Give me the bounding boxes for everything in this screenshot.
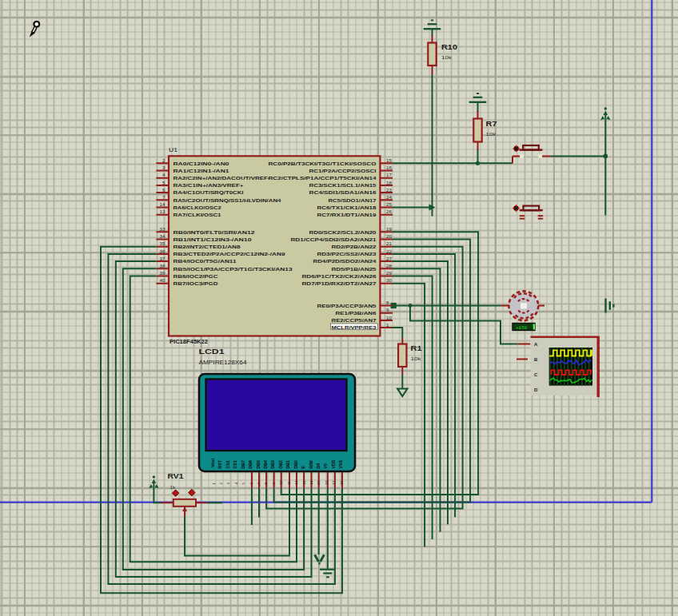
svg-text:16: 16 <box>386 165 392 170</box>
svg-text:DB6: DB6 <box>248 460 253 468</box>
svg-text:AMPIRE128X64: AMPIRE128X64 <box>199 360 247 365</box>
svg-text:R/W: R/W <box>309 460 313 468</box>
svg-text:17: 17 <box>332 480 336 484</box>
svg-text:10k: 10k <box>486 131 497 137</box>
svg-text:A: A <box>534 342 538 347</box>
svg-text:RD6/P1C/TX2/CK2/AN26: RD6/P1C/TX2/CK2/AN26 <box>302 274 377 279</box>
svg-text:10: 10 <box>279 480 283 484</box>
svg-text:3: 3 <box>226 483 230 485</box>
svg-text:RE1/P3B/AN6: RE1/P3B/AN6 <box>336 311 377 316</box>
svg-text:RC7/RX1/DT1/AN19: RC7/RX1/DT1/AN19 <box>317 213 377 217</box>
svg-text:21: 21 <box>386 240 392 246</box>
svg-text:3: 3 <box>162 165 166 170</box>
svg-text:RD4/P2D/SDO2/AN24: RD4/P2D/SDO2/AN24 <box>313 259 377 264</box>
svg-text:1: 1 <box>212 483 216 485</box>
svg-text:RD7/P1D/RX2/DT2/AN27: RD7/P1D/RX2/DT2/AN27 <box>302 281 377 286</box>
svg-text:C: C <box>534 372 538 377</box>
svg-text:36: 36 <box>160 248 166 254</box>
svg-text:DB4: DB4 <box>263 460 268 468</box>
svg-text:33: 33 <box>160 226 166 232</box>
svg-text:28: 28 <box>386 263 392 268</box>
svg-text:RA5/C2OUT/SRNQ/SS1/HLVDIN/AN4: RA5/C2OUT/SRNQ/SS1/HLVDIN/AN4 <box>173 198 281 203</box>
svg-text:D: D <box>534 387 538 392</box>
svg-text:23: 23 <box>386 187 392 193</box>
svg-text:DB5: DB5 <box>256 460 261 468</box>
svg-text:RE0/P3A/CCP3/AN5: RE0/P3A/CCP3/AN5 <box>317 304 377 308</box>
svg-text:RB2/INT2/CTED1/AN8: RB2/INT2/CTED1/AN8 <box>173 244 241 249</box>
svg-text:9: 9 <box>386 307 389 312</box>
svg-text:RC6/TX1/CK1/AN18: RC6/TX1/CK1/AN18 <box>317 205 377 210</box>
svg-text:22: 22 <box>386 248 392 254</box>
svg-text:5: 5 <box>162 180 166 185</box>
svg-text:26: 26 <box>386 209 392 214</box>
svg-text:MCLR/VPP/RE3: MCLR/VPP/RE3 <box>332 325 377 330</box>
svg-text:35: 35 <box>160 240 166 246</box>
svg-text:DB3: DB3 <box>270 460 275 468</box>
svg-text:5: 5 <box>241 483 245 485</box>
svg-text:12: 12 <box>294 480 298 484</box>
svg-text:10: 10 <box>386 315 392 320</box>
svg-text:40: 40 <box>160 277 166 283</box>
svg-text:B: B <box>534 357 538 362</box>
svg-text:RA2/C2IN+/AN2/DACOUT/VREF-: RA2/C2IN+/AN2/DACOUT/VREF- <box>173 176 270 181</box>
svg-text:RA6/CLKO/OSC2: RA6/CLKO/OSC2 <box>173 205 221 210</box>
svg-text:6: 6 <box>162 187 166 193</box>
svg-text:RD3/P2C/SS2/AN23: RD3/P2C/SS2/AN23 <box>317 252 377 256</box>
svg-text:7: 7 <box>162 194 166 200</box>
svg-text:25: 25 <box>386 201 392 207</box>
svg-text:RC3/SCK1/SCL1/AN15: RC3/SCK1/SCL1/AN15 <box>309 183 377 188</box>
svg-text:RA1/C12IN1-/AN1: RA1/C12IN1-/AN1 <box>173 169 229 173</box>
svg-text:RA3/C1IN+/AN3/VREF+: RA3/C1IN+/AN3/VREF+ <box>173 183 244 188</box>
svg-text:20: 20 <box>386 233 392 239</box>
svg-text:13: 13 <box>160 209 166 214</box>
svg-text:E: E <box>301 466 305 469</box>
svg-text:CS2: CS2 <box>225 460 230 468</box>
svg-text:18: 18 <box>340 480 344 484</box>
svg-text:10k: 10k <box>411 356 422 361</box>
svg-text:1k: 1k <box>170 484 176 490</box>
svg-text:10k: 10k <box>441 54 453 60</box>
svg-text:RD2/P2B/AN22: RD2/P2B/AN22 <box>332 244 377 249</box>
svg-text:DB1: DB1 <box>285 460 290 468</box>
svg-text:38: 38 <box>160 263 166 268</box>
svg-text:DB0: DB0 <box>293 460 298 468</box>
svg-text:R10: R10 <box>441 43 457 51</box>
svg-text:RA4/C1OUT/SRQ/T0CKI: RA4/C1OUT/SRQ/T0CKI <box>173 190 245 195</box>
svg-text:RD5/P1B/AN25: RD5/P1B/AN25 <box>332 267 377 272</box>
svg-text:PIC18F45K22: PIC18F45K22 <box>170 338 208 345</box>
svg-text:RC4/SDI1/SDA1/AN16: RC4/SDI1/SDA1/AN16 <box>309 190 377 195</box>
svg-text:DB7: DB7 <box>241 460 245 468</box>
svg-text:19: 19 <box>386 226 392 232</box>
svg-text:8: 8 <box>386 300 389 305</box>
svg-text:U1: U1 <box>169 146 177 153</box>
svg-text:29: 29 <box>386 270 392 276</box>
svg-text:2: 2 <box>219 483 223 485</box>
svg-text:17: 17 <box>386 172 392 177</box>
svg-text:RC2/CTPLS/P1A/CCP1/T5CKI/AN14: RC2/CTPLS/P1A/CCP1/T5CKI/AN14 <box>269 176 377 181</box>
svg-text:RA0/C12IN0-/AN0: RA0/C12IN0-/AN0 <box>173 161 229 166</box>
svg-text:D/I: D/I <box>316 463 321 468</box>
svg-text:-Vout: -Vout <box>210 458 215 468</box>
svg-text:RB5/IOC1/P3A/CCP3/T1G/T3CKI/AN: RB5/IOC1/P3A/CCP3/T1G/T3CKI/AN13 <box>173 267 293 272</box>
svg-text:11: 11 <box>287 480 291 484</box>
svg-text:RB1/INT1/C12IN3-/AN10: RB1/INT1/C12IN3-/AN10 <box>173 237 252 242</box>
svg-text:R7: R7 <box>486 120 497 128</box>
svg-text:DB2: DB2 <box>278 460 283 468</box>
svg-text:RE2/CCP5/AN7: RE2/CCP5/AN7 <box>332 318 377 323</box>
svg-text:4: 4 <box>234 483 238 485</box>
svg-text:24: 24 <box>386 194 392 200</box>
svg-text:RST: RST <box>217 459 222 468</box>
svg-text:14: 14 <box>160 201 166 207</box>
svg-text:RV1: RV1 <box>168 472 184 480</box>
svg-text:2: 2 <box>162 157 166 163</box>
svg-text:15: 15 <box>317 480 321 484</box>
svg-text:RC0/P2B/T3CKI/T3G/T1CKI/SOSCO: RC0/P2B/T3CKI/T3G/T1CKI/SOSCO <box>269 161 377 166</box>
svg-text:4: 4 <box>162 172 166 177</box>
svg-text:RB7/IOC3/PGD: RB7/IOC3/PGD <box>173 281 218 286</box>
svg-text:30: 30 <box>386 277 392 283</box>
svg-text:15: 15 <box>386 157 392 163</box>
svg-text:13: 13 <box>302 480 306 484</box>
svg-text:RD1/CCP4/SDI2/SDA2/AN21: RD1/CCP4/SDI2/SDA2/AN21 <box>291 237 377 242</box>
svg-text:RA7/CLKI/OSC1: RA7/CLKI/OSC1 <box>173 213 221 217</box>
svg-text:CS1: CS1 <box>233 460 237 468</box>
